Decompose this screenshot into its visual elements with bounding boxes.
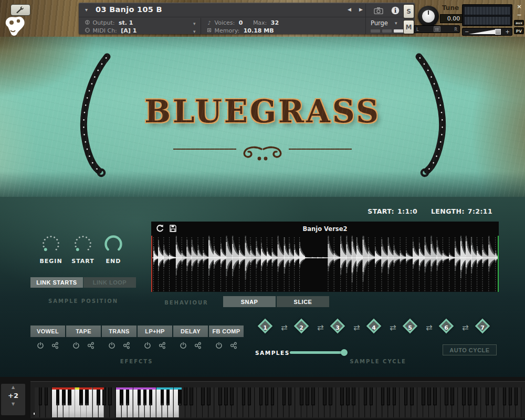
fx-vowel-button[interactable]: VOWEL	[30, 326, 65, 337]
piano-key-black[interactable]	[190, 387, 193, 405]
piano-key-black[interactable]	[120, 387, 123, 405]
fx-advanced-settings-icon[interactable]	[230, 342, 237, 349]
swap-arrows-icon[interactable]: ⇄	[317, 323, 324, 332]
piano-key-black[interactable]	[393, 387, 396, 405]
piano-key-black[interactable]	[126, 387, 130, 405]
pan-slider[interactable]: L R	[414, 25, 460, 33]
fx-power-icon[interactable]	[215, 342, 223, 349]
swap-arrows-icon[interactable]: ⇄	[390, 323, 396, 332]
next-instrument-button[interactable]: ▶	[359, 7, 363, 12]
piano-key-black[interactable]	[68, 387, 71, 405]
piano-key-black[interactable]	[265, 387, 269, 405]
swap-arrows-icon[interactable]: ⇄	[426, 323, 433, 332]
pan-handle[interactable]	[434, 26, 440, 32]
piano-key-black[interactable]	[433, 387, 437, 405]
fx-power-icon[interactable]	[108, 342, 116, 349]
volume-plus[interactable]: +	[506, 29, 510, 35]
fx-power-icon[interactable]	[72, 342, 80, 349]
piano-key-black[interactable]	[323, 387, 327, 405]
aux-button[interactable]: aux	[514, 20, 524, 26]
fx-tape-button[interactable]: TAPE	[66, 326, 101, 337]
piano-key-black[interactable]	[329, 387, 332, 405]
piano-key-black[interactable]	[381, 387, 385, 405]
piano-key-black[interactable]	[166, 387, 170, 405]
waveform-canvas[interactable]	[151, 236, 499, 292]
piano-key-black[interactable]	[509, 387, 512, 405]
piano-key-black[interactable]	[410, 387, 414, 405]
piano-key-black[interactable]	[178, 387, 182, 405]
piano-key-black[interactable]	[201, 387, 205, 405]
fx-power-icon[interactable]	[37, 342, 44, 349]
piano-key-black[interactable]	[102, 387, 106, 405]
fx-trans-button[interactable]: TRANS	[102, 326, 136, 337]
fx-advanced-settings-icon[interactable]	[51, 342, 59, 349]
piano-key-black[interactable]	[352, 387, 355, 405]
fx-delay-button[interactable]: DELAY	[173, 326, 208, 337]
piano-key-black[interactable]	[230, 387, 234, 405]
piano-key-black[interactable]	[39, 387, 43, 405]
cycle-slot-3[interactable]: 3	[330, 319, 345, 333]
fx-lphp-button[interactable]: LP+HP	[138, 326, 172, 337]
swap-arrows-icon[interactable]: ⇄	[353, 323, 360, 332]
piano-key-black[interactable]	[259, 387, 263, 405]
piano-key-black[interactable]	[340, 387, 344, 405]
piano-key-black[interactable]	[271, 387, 275, 405]
piano-key-black[interactable]	[450, 387, 454, 405]
pv-button[interactable]: PV	[514, 27, 524, 34]
piano-key-black[interactable]	[370, 387, 373, 405]
piano-key-black[interactable]	[306, 387, 309, 405]
piano-key-black[interactable]	[85, 387, 89, 405]
fx-power-icon[interactable]	[180, 342, 187, 349]
piano-key-black[interactable]	[143, 387, 147, 405]
fx-advanced-settings-icon[interactable]	[194, 342, 202, 349]
cycle-slot-4[interactable]: 4	[366, 319, 381, 333]
cycle-slot-6[interactable]: 6	[439, 319, 454, 333]
piano-key-black[interactable]	[503, 387, 507, 405]
cycle-slot-2[interactable]: 2	[294, 319, 309, 333]
piano-key-black[interactable]	[364, 387, 368, 405]
piano-key-black[interactable]	[184, 387, 187, 405]
tune-knob[interactable]	[418, 6, 439, 27]
fx-advanced-settings-icon[interactable]	[87, 342, 94, 349]
cycle-slot-5[interactable]: 5	[403, 319, 417, 333]
piano-key-black[interactable]	[387, 387, 391, 405]
close-instrument-button[interactable]: ×	[515, 3, 523, 10]
cycle-slot-1[interactable]: 1	[258, 319, 272, 333]
samples-slider-thumb[interactable]	[341, 349, 348, 356]
volume-handle[interactable]	[495, 29, 501, 35]
piano-key-black[interactable]	[224, 387, 228, 405]
solo-button[interactable]: S	[403, 4, 414, 18]
piano-key-black[interactable]	[79, 387, 83, 405]
volume-slider[interactable]: − +	[462, 28, 512, 36]
auto-cycle-button[interactable]: AUTO CYCLE	[443, 344, 497, 355]
piano-key-black[interactable]	[311, 387, 315, 405]
piano-key-black[interactable]	[161, 387, 164, 405]
piano-key-black[interactable]	[486, 387, 489, 405]
link-loop-button[interactable]: LINK LOOP	[83, 277, 136, 288]
prev-instrument-button[interactable]: ◀	[348, 7, 351, 12]
fx-fbcomp-button[interactable]: FB COMP	[209, 326, 244, 337]
piano-key-black[interactable]	[138, 387, 141, 405]
output-dropdown-caret[interactable]: ▾	[193, 21, 196, 26]
midi-dropdown-caret[interactable]: ▾	[193, 29, 196, 34]
piano-key-black[interactable]	[300, 387, 303, 405]
piano-key-black[interactable]	[97, 387, 100, 405]
piano-key-black[interactable]	[149, 387, 153, 405]
piano-key-black[interactable]	[207, 387, 211, 405]
piano-key-black[interactable]	[427, 387, 431, 405]
instrument-collapse-caret[interactable]: ▾	[85, 7, 88, 13]
edit-instrument-button[interactable]	[10, 4, 30, 16]
purge-dropdown-caret[interactable]: ▾	[395, 20, 397, 26]
link-starts-button[interactable]: LINK STARTS	[30, 277, 83, 288]
swap-arrows-icon[interactable]: ⇄	[281, 323, 288, 332]
info-button[interactable]: i	[390, 5, 401, 16]
piano-key-black[interactable]	[491, 387, 495, 405]
cycle-slot-7[interactable]: 7	[475, 319, 490, 333]
piano-key-black[interactable]	[404, 387, 408, 405]
snap-button[interactable]: SNAP	[223, 296, 276, 307]
piano-key-black[interactable]	[108, 387, 112, 405]
piano-key-black[interactable]	[422, 387, 425, 405]
piano-key-black[interactable]	[56, 387, 60, 405]
minimize-instrument-button[interactable]: −	[515, 12, 523, 18]
fx-advanced-settings-icon[interactable]	[159, 342, 166, 349]
